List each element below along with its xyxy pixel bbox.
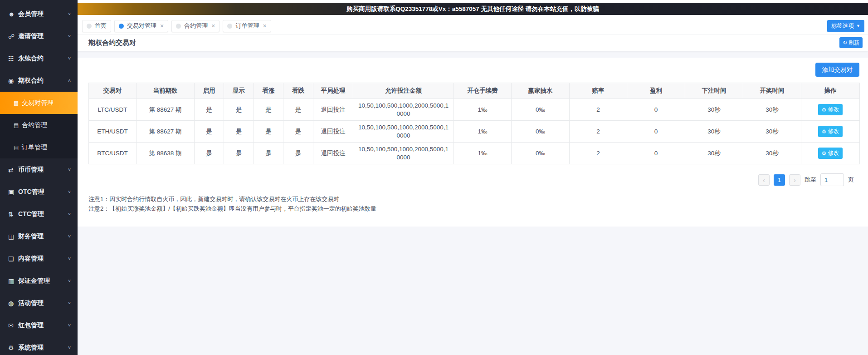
sidebar-item-label: CTC管理	[18, 210, 68, 218]
trading-pairs-card: 添加交易对 交易对 当前期数 启用 显示	[78, 58, 868, 227]
coin-icon: ◉	[8, 77, 18, 84]
cell-profit: 0	[627, 99, 685, 121]
sidebar-item-invites[interactable]: ☍ 邀请管理 ∨	[0, 25, 78, 47]
edit-button[interactable]: ⚙ 修改	[818, 104, 843, 115]
coins-icon: ☷	[8, 55, 18, 62]
chevron-down-icon: ∨	[68, 345, 71, 350]
cell-reward-time: 30秒	[743, 99, 801, 121]
edit-button[interactable]: ⚙ 修改	[818, 148, 843, 159]
sidebar-item-finance[interactable]: ◫ 财务管理 ∨	[0, 225, 78, 247]
column-header: 平局处理	[313, 83, 353, 99]
cell-period: 第 88627 期	[137, 121, 195, 143]
pagination: ‹ 1 › 跳至 页	[88, 173, 859, 186]
caret-down-icon: ▼	[856, 24, 860, 28]
sidebar-item-otc[interactable]: ▣ OTC管理 ∨	[0, 181, 78, 203]
sidebar-item-perpetual[interactable]: ☷ 永续合约 ∨	[0, 47, 78, 69]
cell-tie: 退回投注	[313, 143, 353, 164]
sidebar-item-members[interactable]: ☻ 会员管理 ∨	[0, 3, 78, 25]
tab-trading-pairs[interactable]: 交易对管理 ×	[114, 20, 168, 32]
cell-bull: 是	[254, 99, 283, 121]
sidebar-item-content[interactable]: ❏ 内容管理 ∨	[0, 247, 78, 270]
sidebar-item-label: 内容管理	[18, 255, 68, 263]
sidebar-item-label: OTC管理	[18, 188, 68, 196]
edit-button[interactable]: ⚙ 修改	[818, 126, 843, 137]
tab-label: 合约管理	[184, 22, 208, 30]
envelope-icon: ✉	[8, 322, 18, 329]
column-header: 启用	[195, 83, 224, 99]
gear-icon: ⚙	[822, 150, 827, 157]
column-header: 盈利	[627, 83, 685, 99]
column-header: 允许投注金额	[353, 83, 454, 99]
close-icon[interactable]: ×	[160, 23, 164, 29]
cell-enabled: 是	[195, 99, 224, 121]
sidebar-item-label: 期权合约	[18, 77, 68, 85]
cell-show: 是	[224, 99, 254, 121]
chevron-down-icon: ∨	[68, 11, 71, 16]
sidebar-item-red-packet[interactable]: ✉ 红包管理 ∨	[0, 314, 78, 336]
cell-actions: ⚙ 修改	[801, 99, 860, 121]
sidebar-item-ctc[interactable]: ⇅ CTC管理 ∨	[0, 203, 78, 225]
sidebar-item-label: 币币管理	[18, 166, 68, 174]
sidebar-item-margin[interactable]: ▥ 保证金管理 ∨	[0, 270, 78, 292]
sidebar-item-contracts[interactable]: ▤ 合约管理	[0, 114, 78, 136]
table-row: BTC/USDT 第 88638 期 是 是 是 是 退回投注 10,50,10…	[89, 143, 860, 164]
next-page-button[interactable]: ›	[789, 174, 800, 186]
folder-icon: ❏	[8, 255, 18, 262]
page-jump-input[interactable]	[820, 173, 844, 186]
page-number-button[interactable]: 1	[774, 174, 785, 186]
content-area: 添加交易对 交易对 当前期数 启用 显示	[78, 51, 868, 355]
sidebar-item-trading-pairs[interactable]: ▤ 交易对管理	[0, 92, 78, 114]
add-trading-pair-button[interactable]: 添加交易对	[815, 63, 860, 77]
chevron-down-icon: ∨	[68, 278, 71, 283]
cell-show: 是	[224, 121, 254, 143]
tab-label: 订单管理	[235, 22, 259, 30]
cell-bet-time: 30秒	[685, 143, 743, 164]
sidebar-item-orders[interactable]: ▤ 订单管理	[0, 136, 78, 158]
tab-bar: 首页 交易对管理 × 合约管理 × 订单管理 × 标签选项 ▼	[78, 18, 868, 34]
table-row: LTC/USDT 第 88627 期 是 是 是 是 退回投注 10,50,10…	[89, 99, 860, 121]
cell-enabled: 是	[195, 143, 224, 164]
cell-pair: ETH/USDT	[89, 121, 137, 143]
table-header-row: 交易对 当前期数 启用 显示 看涨 看跌 平局处理 允许投注金额 开仓手续费 赢…	[89, 83, 860, 99]
title-bar: 期权合约交易对 ↻ 刷新	[78, 34, 868, 51]
close-icon[interactable]: ×	[263, 23, 266, 29]
close-icon[interactable]: ×	[211, 23, 215, 29]
cell-odds: 2	[570, 143, 627, 164]
sidebar-item-label: 永续合约	[18, 54, 68, 63]
column-header: 交易对	[89, 83, 137, 99]
chevron-left-icon: ‹	[763, 176, 765, 184]
note-line-2: 注意2：【初始买涨奖池金额】/【初始买跌奖池金额】即当没有用户参与时，平台指定奖…	[88, 204, 859, 213]
sidebar-item-options[interactable]: ◉ 期权合约 ∧	[0, 69, 78, 92]
prev-page-button[interactable]: ‹	[758, 174, 770, 186]
cell-winner-rake: 0‰	[512, 121, 570, 143]
cell-winner-rake: 0‰	[512, 99, 570, 121]
column-header: 看跌	[283, 83, 313, 99]
cell-reward-time: 30秒	[743, 143, 801, 164]
cell-enabled: 是	[195, 121, 224, 143]
main-area: 购买商用版请联系QQ23351778或Vx：a5587057 无其他任何途径 请…	[78, 0, 868, 355]
tab-options-button[interactable]: 标签选项 ▼	[827, 20, 864, 32]
refresh-button[interactable]: ↻ 刷新	[839, 37, 863, 48]
refresh-icon: ↻	[843, 39, 847, 46]
tab-home[interactable]: 首页	[82, 20, 111, 32]
column-header: 看涨	[254, 83, 283, 99]
app-window: ☻ 会员管理 ∨ ☍ 邀请管理 ∨ ☷ 永续合约 ∨ ◉ 期权合约 ∧ ▤ 交易…	[0, 0, 868, 355]
chevron-down-icon: ∨	[68, 56, 71, 60]
tab-contracts[interactable]: 合约管理 ×	[171, 20, 219, 32]
cell-actions: ⚙ 修改	[801, 143, 860, 164]
cell-bear: 是	[283, 143, 313, 164]
cell-amounts: 10,50,100,500,1000,2000,5000,10000	[353, 121, 454, 143]
sidebar-item-coin-coin[interactable]: ⇄ 币币管理 ∨	[0, 158, 78, 181]
tab-orders[interactable]: 订单管理 ×	[223, 20, 271, 32]
chevron-down-icon: ∨	[68, 301, 71, 305]
column-header: 开奖时间	[743, 83, 801, 99]
sidebar-item-label: 会员管理	[18, 10, 68, 18]
document-icon: ▤	[14, 144, 22, 151]
chevron-down-icon: ∨	[68, 212, 71, 216]
cell-open-fee: 1‰	[454, 143, 512, 164]
tab-dot	[87, 24, 92, 29]
sidebar-item-system[interactable]: ⚙ 系统管理 ∨	[0, 336, 78, 355]
sidebar-item-activities[interactable]: ◍ 活动管理 ∨	[0, 292, 78, 314]
chevron-down-icon: ∨	[68, 234, 71, 238]
cell-bet-time: 30秒	[685, 121, 743, 143]
